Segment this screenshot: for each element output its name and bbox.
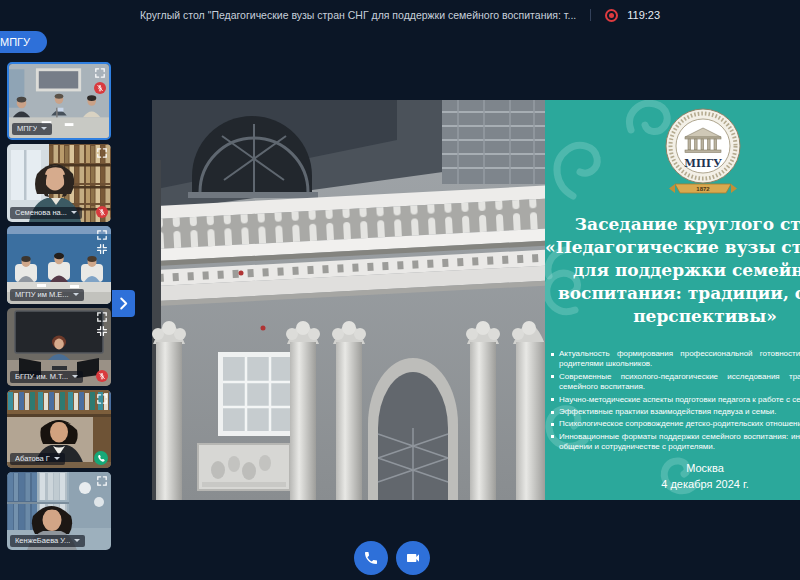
participant-name-label[interactable]: МПГУ	[12, 123, 52, 136]
slide-title-line: перспективы»	[545, 305, 800, 328]
menu-caret-icon	[72, 375, 78, 378]
participant-tile-semenova[interactable]: Семенова на...	[7, 144, 111, 222]
bullet-marker	[551, 398, 554, 401]
camera-icon	[405, 550, 421, 566]
balustrade	[152, 185, 545, 307]
bullet-item: Актуальность формирования профессиональн…	[551, 349, 800, 370]
logo-org-text: МПГУ	[684, 157, 722, 169]
menu-caret-icon	[74, 539, 80, 542]
expand-icon[interactable]	[96, 147, 108, 159]
expand-icon[interactable]	[96, 475, 108, 487]
slide-date: 4 декабря 2024 г.	[545, 476, 800, 492]
participant-tile-mgpu[interactable]: МГПУ им М.Е...	[7, 226, 111, 304]
expand-icon[interactable]	[96, 311, 108, 323]
participant-tile-bgpu[interactable]: БГПУ им. М.Т...	[7, 308, 111, 386]
slide-title: Заседание круглого стола «Педагогические…	[545, 213, 800, 328]
arched-doorway	[368, 358, 458, 500]
slide-title-line: «Педагогические вузы стран СНГ	[545, 236, 800, 259]
bullet-marker	[551, 375, 554, 378]
bullet-marker	[551, 353, 554, 356]
bullet-item: Эффективные практики взаимодействия педв…	[551, 407, 800, 417]
bullet-item: Современные психолого-педагогические исс…	[551, 372, 800, 393]
title-bar: Круглый стол "Педагогические вузы стран …	[0, 0, 800, 30]
participant-tile-mpgu[interactable]: МПГУ	[7, 62, 111, 140]
mic-muted-icon	[94, 82, 106, 94]
expand-icon[interactable]	[94, 67, 106, 79]
slide-place-date: Москва 4 декабря 2024 г.	[545, 460, 800, 492]
expand-icon[interactable]	[96, 229, 108, 241]
conference-title: Круглый стол "Педагогические вузы стран …	[140, 9, 576, 21]
slide-place: Москва	[545, 460, 800, 476]
glass-roof	[442, 100, 545, 184]
participant-name-label[interactable]: Абатова Г	[10, 453, 65, 466]
bullet-marker	[551, 411, 554, 414]
pointer-dot	[261, 326, 266, 331]
slide-bullets: Актуальность формирования профессиональн…	[551, 349, 800, 455]
collapse-icon[interactable]	[96, 243, 108, 255]
bullet-marker	[551, 423, 554, 426]
collapse-icon[interactable]	[96, 325, 108, 337]
slide-title-line: Заседание круглого стола	[545, 213, 800, 236]
divider	[590, 9, 591, 21]
slide-title-line: воспитания: традиции, опыт,	[545, 282, 800, 305]
bullet-marker	[551, 435, 554, 438]
chevron-right-icon	[119, 297, 128, 310]
menu-caret-icon	[54, 457, 60, 460]
mic-muted-icon	[96, 206, 108, 218]
participant-name-label[interactable]: БГПУ им. М.Т...	[10, 371, 83, 384]
participant-name-label[interactable]: КенжеБаева У...	[10, 535, 85, 548]
menu-caret-icon	[71, 211, 77, 214]
slide-title-line: для поддержки семейного	[545, 259, 800, 282]
recording-time: 119:23	[627, 9, 660, 21]
bullet-item: Инновационные форматы поддержки семейног…	[551, 432, 800, 453]
camera-button[interactable]	[396, 541, 430, 575]
slide-photo	[152, 100, 545, 500]
bullet-item: Научно-методические аспекты подготовки п…	[551, 395, 800, 405]
sidebar-expand-button[interactable]	[112, 290, 135, 317]
participant-pill[interactable]: МПГУ	[0, 31, 47, 53]
menu-caret-icon	[73, 293, 79, 296]
participant-tile-abatova[interactable]: Абатова Г	[7, 390, 111, 468]
participant-name-label[interactable]: МГПУ им М.Е...	[10, 289, 84, 302]
participant-tile-kenzhebaeva[interactable]: КенжеБаева У...	[7, 472, 111, 550]
university-logo: МПГУ 1872	[663, 104, 743, 204]
slide-panel: МПГУ 1872 Заседание круглого стола «Педа…	[545, 100, 800, 500]
participant-name-label[interactable]: Семенова на...	[10, 207, 82, 220]
expand-icon[interactable]	[96, 393, 108, 405]
menu-caret-icon	[41, 127, 47, 130]
audio-on-icon	[94, 451, 108, 465]
pointer-dot	[239, 271, 244, 276]
conference-window: Круглый стол "Педагогические вузы стран …	[0, 0, 800, 580]
phone-button[interactable]	[354, 541, 388, 575]
logo-year-text: 1872	[696, 186, 710, 192]
mic-muted-icon	[96, 370, 108, 382]
relief-panel	[198, 444, 290, 490]
bullet-item: Психологическое сопровождение детско-род…	[551, 419, 800, 429]
phone-icon	[363, 550, 379, 566]
record-indicator-icon	[605, 9, 618, 22]
